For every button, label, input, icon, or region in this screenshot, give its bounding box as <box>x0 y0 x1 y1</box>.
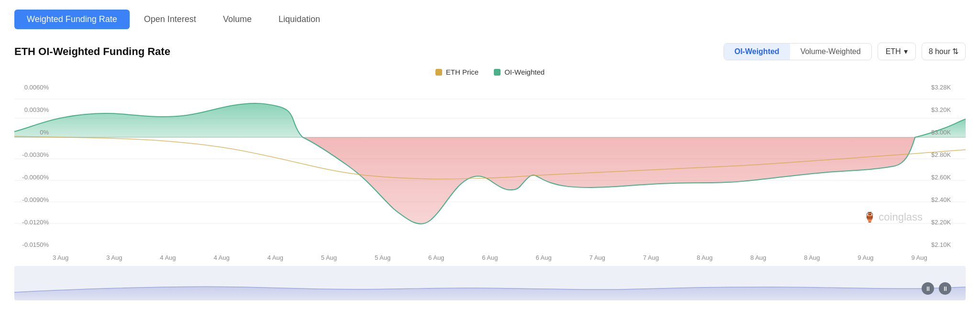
x-label-7: 6 Aug <box>428 254 444 261</box>
chart-area: 0.0060% 0.0030% 0% -0.0030% -0.0060% -0.… <box>14 80 966 252</box>
x-label-1: 3 Aug <box>106 254 122 261</box>
chart-header: ETH OI-Weighted Funding Rate OI-Weighted… <box>14 43 966 60</box>
y-right-7: $2.10K <box>927 241 966 248</box>
x-label-9: 6 Aug <box>535 254 551 261</box>
minimap-svg <box>14 266 966 300</box>
y-left-3: -0.0030% <box>14 151 53 158</box>
volume-weighted-btn[interactable]: Volume-Weighted <box>790 44 871 60</box>
oi-weighted-btn[interactable]: OI-Weighted <box>724 44 790 60</box>
page-container: Weighted Funding Rate Open Interest Volu… <box>0 0 980 310</box>
y-axis-left: 0.0060% 0.0030% 0% -0.0030% -0.0060% -0.… <box>14 80 53 252</box>
weight-toggle: OI-Weighted Volume-Weighted <box>724 43 872 60</box>
legend-eth-price: ETH Price <box>435 68 479 76</box>
main-chart-svg <box>14 80 966 252</box>
minimap-pause-btn-1[interactable]: ⏸ <box>922 282 934 295</box>
chart-controls: OI-Weighted Volume-Weighted ETH ▾ 8 hour… <box>724 43 966 60</box>
y-left-0: 0.0060% <box>14 84 53 91</box>
minimap-handles: ⏸ ⏸ <box>922 282 951 295</box>
tab-volume[interactable]: Volume <box>211 10 264 29</box>
y-right-1: $3.20K <box>927 106 966 113</box>
oi-weighted-dot <box>494 69 501 76</box>
eth-price-label: ETH Price <box>446 68 479 76</box>
x-label-16: 9 Aug <box>912 254 927 261</box>
tab-liquidation[interactable]: Liquidation <box>266 10 333 29</box>
x-label-15: 9 Aug <box>858 254 873 261</box>
x-label-6: 5 Aug <box>375 254 390 261</box>
y-left-2: 0% <box>14 129 53 136</box>
y-axis-right: $3.28K $3.20K $3.00K $2.80K $2.60K $2.40… <box>927 80 966 252</box>
top-tabs: Weighted Funding Rate Open Interest Volu… <box>14 10 966 29</box>
x-label-0: 3 Aug <box>53 254 68 261</box>
y-right-3: $2.80K <box>927 151 966 158</box>
y-right-5: $2.40K <box>927 196 966 203</box>
y-left-4: -0.0060% <box>14 174 53 181</box>
chevron-down-icon: ▾ <box>904 47 908 56</box>
timeframe-label: 8 hour <box>929 47 950 56</box>
y-right-2: $3.00K <box>927 129 966 136</box>
timeframe-selector[interactable]: 8 hour ⇅ <box>922 43 966 60</box>
asset-selector[interactable]: ETH ▾ <box>878 43 916 60</box>
y-right-6: $2.20K <box>927 219 966 226</box>
x-label-3: 4 Aug <box>213 254 229 261</box>
y-right-0: $3.28K <box>927 84 966 91</box>
x-axis: 3 Aug 3 Aug 4 Aug 4 Aug 4 Aug 5 Aug 5 Au… <box>14 254 966 261</box>
x-label-10: 7 Aug <box>590 254 605 261</box>
y-left-6: -0.0120% <box>14 219 53 226</box>
y-right-4: $2.60K <box>927 174 966 181</box>
asset-label: ETH <box>886 47 901 56</box>
oi-weighted-label: OI-Weighted <box>504 68 545 76</box>
y-left-7: -0.0150% <box>14 241 53 248</box>
chart-legend: ETH Price OI-Weighted <box>14 68 966 76</box>
x-label-8: 6 Aug <box>482 254 498 261</box>
y-left-5: -0.0090% <box>14 196 53 203</box>
minimap[interactable]: ⏸ ⏸ <box>14 266 966 300</box>
chart-title: ETH OI-Weighted Funding Rate <box>14 45 170 58</box>
minimap-pause-btn-2[interactable]: ⏸ <box>939 282 951 295</box>
legend-oi-weighted: OI-Weighted <box>494 68 545 76</box>
tab-open-interest[interactable]: Open Interest <box>132 10 209 29</box>
tab-weighted-funding-rate[interactable]: Weighted Funding Rate <box>14 10 130 29</box>
x-label-12: 8 Aug <box>697 254 713 261</box>
x-label-14: 8 Aug <box>804 254 820 261</box>
y-left-1: 0.0030% <box>14 106 53 113</box>
x-label-11: 7 Aug <box>643 254 659 261</box>
x-label-4: 4 Aug <box>267 254 283 261</box>
updown-icon: ⇅ <box>952 47 958 56</box>
x-label-5: 5 Aug <box>321 254 337 261</box>
x-label-13: 8 Aug <box>750 254 766 261</box>
x-label-2: 4 Aug <box>160 254 176 261</box>
eth-price-dot <box>435 69 442 76</box>
